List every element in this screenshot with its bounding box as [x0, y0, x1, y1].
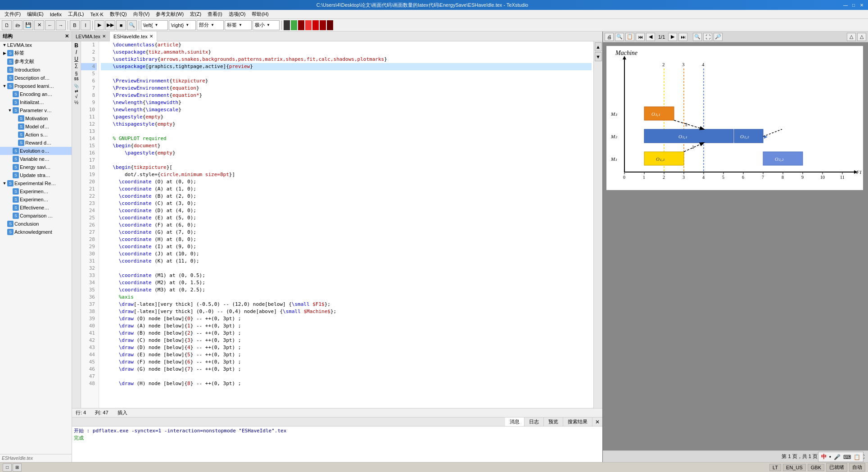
menu-item-l[interactable]: 工具(L) — [65, 10, 86, 18]
tree-item-desc[interactable]: SDescription of… — [0, 74, 72, 82]
tree-item-initialization[interactable]: SInitializat… — [0, 98, 72, 106]
messages-close-button[interactable]: ✕ — [592, 418, 602, 426]
ref-icon[interactable]: 📎 — [74, 84, 79, 88]
formula-icon[interactable]: ∑ — [75, 63, 78, 68]
close-button[interactable]: ✕ — [858, 2, 865, 8]
menu-item-i[interactable]: 查看(I) — [205, 10, 225, 18]
ime-mic-icon[interactable]: 🎤 — [834, 454, 841, 460]
tree-item-acknowledgment[interactable]: SAcknowledgment — [0, 228, 72, 236]
editor-tab-1[interactable]: ESHaveIdle.tex✕ — [110, 32, 157, 41]
color-btn-2[interactable] — [298, 20, 304, 30]
tree-item-effectiveness[interactable]: SEffectivene… — [0, 204, 72, 212]
run-btn-2[interactable]: ■ — [116, 20, 126, 30]
tree-item-update[interactable]: SUpdate stra… — [0, 171, 72, 179]
fraction-icon[interactable]: ½ — [74, 100, 78, 105]
toolbar-btn-4[interactable]: ← — [45, 20, 55, 30]
taskbar-btn2[interactable]: ⊞ — [13, 463, 22, 472]
menu-item-q[interactable]: 数学(Q) — [107, 10, 130, 18]
messages-tab-搜索结果[interactable]: 搜索结果 — [563, 418, 592, 426]
scroll-down-button[interactable]: ▼ — [595, 52, 602, 61]
menu-item-e[interactable]: 编辑(E) — [24, 10, 46, 18]
preview-nav-next-icon[interactable]: ▶ — [668, 33, 677, 41]
tree-item-conclusion[interactable]: SConclusion — [0, 220, 72, 228]
toolbar-dropdown-1[interactable]: \right}▼ — [169, 20, 196, 30]
ime-zh-icon[interactable]: 中 — [821, 453, 827, 461]
minimize-button[interactable]: — — [842, 2, 849, 8]
format-btn-b[interactable]: B — [70, 20, 80, 30]
menu-item-o[interactable]: 选项(O) — [226, 10, 249, 18]
ime-settings-icon[interactable]: 📋 — [854, 454, 860, 460]
tree-item-proposed[interactable]: ▼SProposed learni… — [0, 82, 72, 90]
tree-item-model[interactable]: SModel of… — [0, 123, 72, 131]
menu-item-idefix[interactable]: Idefix — [47, 11, 64, 18]
menu-item-w[interactable]: 参考文献(W) — [153, 10, 186, 18]
underline-icon[interactable]: U — [74, 56, 78, 62]
toolbar-dropdown-4[interactable]: 极小▼ — [253, 20, 280, 30]
bold-icon[interactable]: B — [74, 42, 78, 49]
messages-tab-消息[interactable]: 消息 — [505, 418, 524, 426]
preview-zoom-fit-icon[interactable]: ⛶ — [703, 33, 712, 41]
menu-item-v[interactable]: 向导(V) — [131, 10, 153, 18]
toolbar-btn-2[interactable]: 💾 — [23, 20, 33, 30]
tree-item-evolution[interactable]: SEvolution o… — [0, 147, 72, 155]
color-btn-1[interactable] — [291, 20, 297, 30]
format-btn-i[interactable]: I — [81, 20, 90, 30]
preview-zoom-out-icon[interactable]: 🔎 — [714, 33, 723, 41]
tree-item-experimental[interactable]: ▼SExperimental Re… — [0, 179, 72, 187]
toolbar-dropdown-2[interactable]: 部分▼ — [197, 20, 224, 30]
tree-item-cankao[interactable]: S参考文献 — [0, 57, 72, 66]
tree-item-biaoqian[interactable]: ▶S标签 — [0, 49, 72, 57]
toolbar-dropdown-0[interactable]: \left{▼ — [141, 20, 168, 30]
run-btn-1[interactable]: ▶▶ — [105, 20, 115, 30]
menu-item-texk[interactable]: TeX·K — [87, 11, 106, 18]
tree-item-intro[interactable]: SIntroduction — [0, 66, 72, 74]
tab-close-button[interactable]: ✕ — [149, 34, 153, 39]
code-editor[interactable]: \documentclass{article} \usepackage{tikz… — [99, 41, 593, 408]
toolbar-btn-1[interactable]: 🗁 — [13, 20, 23, 30]
color-btn-4[interactable] — [312, 20, 319, 30]
tree-item-parameter[interactable]: ▼SParameter v… — [0, 106, 72, 114]
ime-keyboard-icon[interactable]: ⌨ — [843, 454, 851, 460]
preview-copy-icon[interactable]: 📋 — [625, 33, 634, 41]
color-btn-3[interactable] — [305, 20, 312, 30]
preview-search-icon[interactable]: 🔍 — [615, 33, 624, 41]
taskbar-btn1[interactable]: □ — [3, 463, 12, 472]
toolbar-btn-3[interactable]: ✕ — [34, 20, 44, 30]
ime-dot-icon[interactable]: • — [829, 454, 831, 460]
italic-icon[interactable]: I — [76, 49, 77, 55]
run-btn-3[interactable]: 🔍 — [127, 20, 137, 30]
section-icon[interactable]: § — [75, 71, 77, 76]
tree-item-experiments1[interactable]: SExperimen… — [0, 187, 72, 195]
tree-item-levma[interactable]: ▼LEVMA.tex — [0, 41, 72, 49]
preview-btn1[interactable]: △ — [847, 33, 856, 41]
tree-item-experiments2[interactable]: SExperimen… — [0, 195, 72, 204]
menu-item-h[interactable]: 帮助(H) — [249, 10, 271, 18]
maximize-button[interactable]: □ — [850, 2, 857, 8]
color-btn-5[interactable] — [320, 20, 326, 30]
preview-nav-start-icon[interactable]: ⏮ — [636, 33, 645, 41]
preview-print-icon[interactable]: 🖨 — [605, 33, 614, 41]
tree-item-energy[interactable]: SEnergy savi… — [0, 163, 72, 171]
toolbar-btn-5[interactable]: → — [56, 20, 66, 30]
preview-btn2[interactable]: △ — [857, 33, 866, 41]
color-btn-6[interactable] — [327, 20, 333, 30]
menu-item-f[interactable]: 文件(F) — [2, 10, 23, 18]
preview-nav-prev-icon[interactable]: ◀ — [646, 33, 655, 41]
tree-item-encoding[interactable]: SEncoding an… — [0, 90, 72, 98]
run-btn-0[interactable]: ▶ — [95, 20, 104, 30]
editor-tab-0[interactable]: LEVMA.tex✕ — [72, 32, 110, 41]
messages-tab-预览[interactable]: 预览 — [544, 418, 563, 426]
menu-item-z[interactable]: 宏(Z) — [187, 10, 204, 18]
sqrt-icon[interactable]: √ — [75, 94, 77, 99]
tab-close-button[interactable]: ✕ — [102, 34, 106, 39]
tree-item-reward[interactable]: SReward d… — [0, 139, 72, 147]
tree-item-comparison[interactable]: SComparison … — [0, 212, 72, 220]
toolbar-btn-0[interactable]: 🗋 — [2, 20, 12, 30]
tree-item-action[interactable]: SAction s… — [0, 131, 72, 139]
structure-tree[interactable]: ▼LEVMA.tex▶S标签S参考文献SIntroductionSDescrip… — [0, 41, 72, 454]
tree-item-motivation[interactable]: SMotivation — [0, 114, 72, 123]
messages-tab-日志[interactable]: 日志 — [524, 418, 544, 426]
structure-close[interactable]: ✕ — [65, 33, 69, 39]
ss-icon[interactable]: $$ — [74, 77, 78, 81]
scroll-up-button[interactable]: ▲ — [595, 42, 602, 51]
